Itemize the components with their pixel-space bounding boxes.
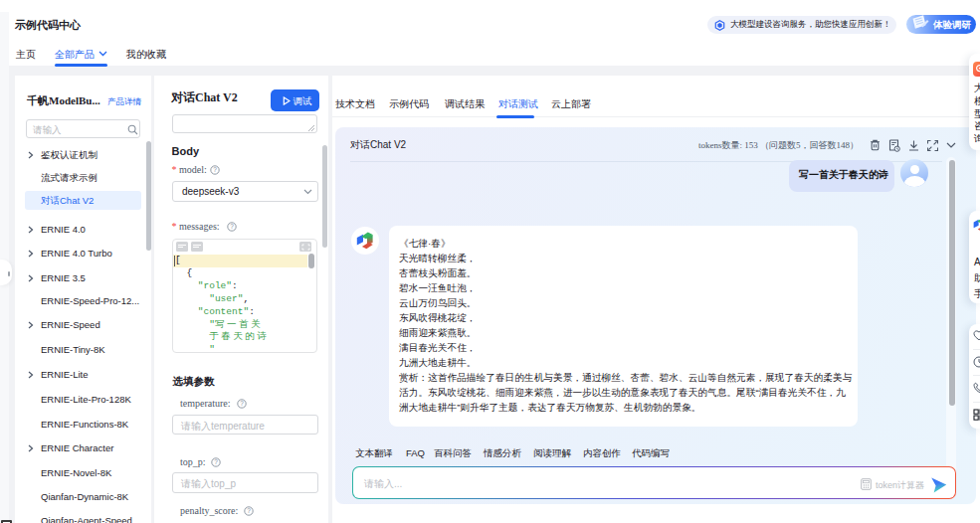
svg-text:?: ? bbox=[230, 223, 234, 230]
svg-text:?: ? bbox=[240, 400, 244, 407]
svg-text:?: ? bbox=[214, 458, 218, 465]
svg-text:?: ? bbox=[247, 507, 251, 514]
svg-text:?: ? bbox=[213, 166, 217, 173]
